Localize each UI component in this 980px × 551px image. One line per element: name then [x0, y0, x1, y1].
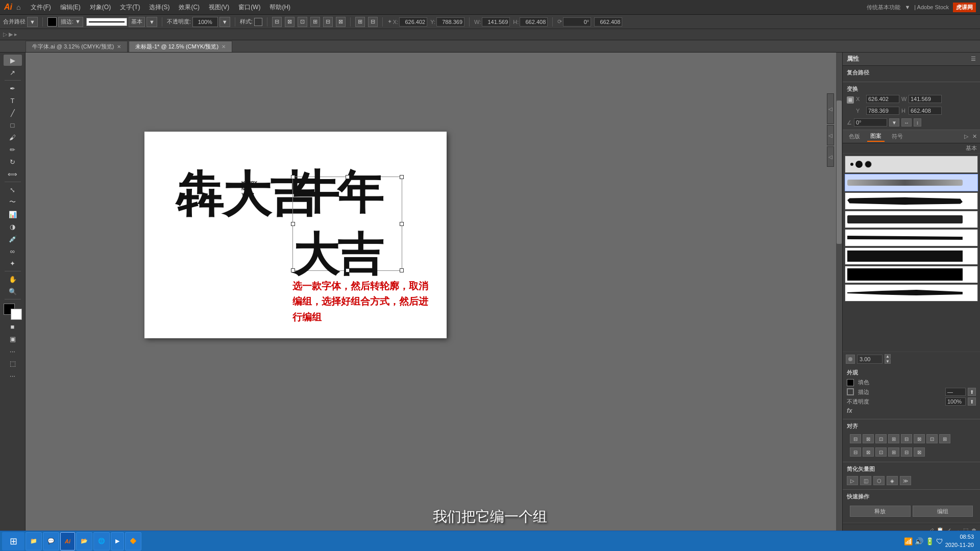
tool-gradient[interactable]: ◑: [4, 221, 22, 232]
opacity-stepper[interactable]: ⬆: [968, 397, 976, 406]
brush-item-0[interactable]: [845, 156, 978, 173]
tool-fill[interactable]: ■: [4, 321, 22, 332]
brush-item-7[interactable]: [845, 284, 978, 302]
taskbar-app-illustrator[interactable]: Ai: [60, 532, 75, 550]
tool-line[interactable]: ╱: [4, 107, 22, 118]
brush-item-5[interactable]: [845, 247, 978, 265]
stroke-width-panel[interactable]: [945, 388, 966, 396]
brush-tab-color[interactable]: 色版: [846, 132, 863, 141]
simplify-btn-3[interactable]: ⬡: [873, 476, 885, 485]
canvas-area[interactable]: 犇大吉 HAPPYNIUYEAR 牛年大吉: [26, 53, 842, 537]
tool-rect[interactable]: □: [4, 119, 22, 131]
align-right-btn[interactable]: ⊡: [875, 434, 887, 443]
opacity-panel-input[interactable]: [945, 397, 966, 406]
brush-panel-close[interactable]: ✕: [972, 133, 977, 140]
path-type-dropdown[interactable]: ▼: [27, 17, 38, 27]
angle-input[interactable]: [563, 17, 591, 27]
tool-graph[interactable]: 📊: [4, 209, 22, 220]
handle-tr[interactable]: [400, 175, 404, 179]
align-bottom[interactable]: ⊠: [336, 17, 346, 27]
align-extra2[interactable]: ⊞: [939, 434, 950, 443]
stroke-dropdown-arrow[interactable]: ▼: [146, 17, 157, 27]
stroke-color-box[interactable]: [47, 17, 57, 27]
calligraphy-right-selected[interactable]: 牛年大吉: [292, 177, 402, 271]
handle-ml[interactable]: [291, 222, 295, 226]
handle-br[interactable]: [400, 268, 404, 272]
menu-text[interactable]: 文字(T): [116, 2, 144, 13]
taskbar-app-explorer[interactable]: 📁: [26, 532, 42, 550]
background-color[interactable]: [11, 309, 22, 320]
taskbar-app-misc[interactable]: 🔶: [125, 532, 141, 550]
align-left[interactable]: ⊟: [272, 17, 282, 27]
taskbar-app-ie[interactable]: 🌐: [93, 532, 110, 550]
tool-extras[interactable]: ···: [4, 345, 22, 357]
brush-item-2[interactable]: [845, 192, 978, 210]
align-top-btn[interactable]: ⊞: [888, 434, 899, 443]
brush-item-6[interactable]: [845, 266, 978, 283]
vertical-scrollbar[interactable]: [836, 53, 842, 531]
coord-h-input[interactable]: [520, 17, 548, 27]
start-button[interactable]: ⊞: [2, 532, 24, 550]
menu-edit[interactable]: 编辑(E): [56, 2, 85, 13]
brush-panel-menu[interactable]: ▷: [964, 133, 968, 140]
tab-1-close[interactable]: ✕: [222, 44, 226, 49]
tool-paintbrush[interactable]: 🖌: [4, 132, 22, 143]
stroke-swatch[interactable]: [847, 388, 854, 395]
stroke-options[interactable]: 描边: ▼: [58, 17, 83, 27]
menu-window[interactable]: 窗口(W): [234, 2, 264, 13]
handle-bl[interactable]: [291, 268, 295, 272]
tool-mirror[interactable]: ⟺: [4, 168, 22, 180]
coord-extra-input[interactable]: [594, 17, 622, 27]
align-center-h[interactable]: ⊠: [285, 17, 295, 27]
tool-artboard[interactable]: ⬚: [4, 358, 22, 369]
brush-size-down[interactable]: ▼: [885, 359, 891, 364]
brush-grid[interactable]: [843, 154, 980, 352]
brush-item-3[interactable]: [845, 211, 978, 228]
tool-select[interactable]: ▶: [4, 55, 22, 66]
tool-more[interactable]: ···: [4, 370, 22, 381]
stroke-preset-dropdown[interactable]: 基本: [129, 17, 145, 27]
taskbar-app-wechat[interactable]: 💬: [43, 532, 59, 550]
distrib-bottom-btn[interactable]: ⊠: [914, 447, 925, 457]
menu-help[interactable]: 帮助(H): [265, 2, 295, 13]
opacity-input[interactable]: [192, 17, 218, 27]
tray-network[interactable]: 📶: [904, 537, 913, 545]
handle-mr[interactable]: [400, 222, 404, 226]
menu-select[interactable]: 选择(S): [145, 2, 174, 13]
x-input[interactable]: [866, 95, 899, 103]
tool-pen[interactable]: ✒: [4, 83, 22, 94]
align-right[interactable]: ⊡: [298, 17, 307, 27]
y-input[interactable]: [866, 107, 899, 115]
align-extra1[interactable]: ⊡: [926, 434, 938, 443]
distrib-h[interactable]: ⊞: [355, 17, 365, 27]
distrib-top-btn[interactable]: ⊞: [888, 447, 899, 457]
tab-0-close[interactable]: ✕: [117, 44, 121, 49]
style-swatch[interactable]: [254, 18, 262, 26]
distrib-cy-btn[interactable]: ⊟: [901, 447, 912, 457]
coord-w-input[interactable]: [482, 17, 510, 27]
tool-eyedropper[interactable]: 💉: [4, 233, 22, 244]
distrib-cx-btn[interactable]: ⊠: [863, 447, 874, 457]
coord-y-input[interactable]: [436, 17, 464, 27]
tool-direct-select[interactable]: ↗: [4, 67, 22, 78]
panel-collapse-btn-3[interactable]: ◁: [827, 146, 834, 167]
tool-hand[interactable]: ✋: [4, 273, 22, 285]
tab-1[interactable]: 未标题-1* @ 12.5% (CMYK/预览) ✕: [129, 41, 232, 52]
align-center-v-btn[interactable]: ⊟: [901, 434, 912, 443]
align-left-btn[interactable]: ⊟: [850, 434, 861, 443]
tool-pencil[interactable]: ✏: [4, 144, 22, 155]
tray-antivirus[interactable]: 🛡: [936, 537, 943, 545]
tool-zoom[interactable]: 🔍: [4, 286, 22, 297]
w-input[interactable]: [909, 95, 942, 103]
brush-item-1[interactable]: [845, 174, 978, 191]
panel-collapse-btn-1[interactable]: ◁: [827, 93, 834, 124]
flip-v-btn[interactable]: ↕: [914, 118, 921, 127]
handle-bc[interactable]: [346, 268, 350, 272]
stroke-stepper[interactable]: ⬆: [968, 388, 976, 396]
menu-view[interactable]: 视图(V): [205, 2, 233, 13]
simplify-expand-btn[interactable]: ≫: [900, 476, 911, 485]
brush-item-4[interactable]: [845, 229, 978, 246]
tool-rotate[interactable]: ↻: [4, 156, 22, 167]
simplify-btn-4[interactable]: ◈: [887, 476, 898, 485]
taskbar-app-filemanager[interactable]: 📂: [76, 532, 92, 550]
